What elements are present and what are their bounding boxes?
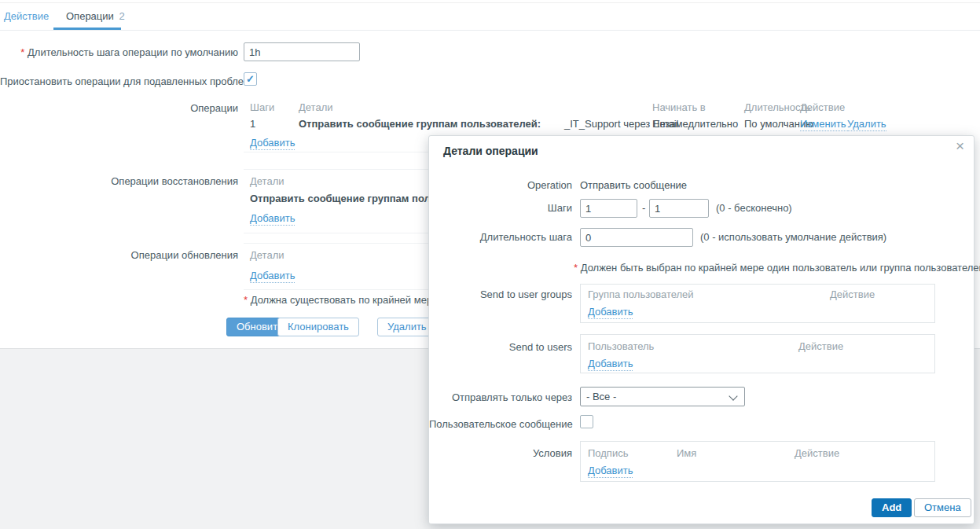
step-duration-label: * Длительность шага операции по умолчани… — [0, 46, 238, 58]
tabbar-border — [0, 30, 980, 31]
conditions-table — [580, 441, 935, 482]
users-col-user: Пользователь — [588, 340, 654, 352]
conditions-col-name: Имя — [677, 447, 696, 459]
zabbix-action-config-page: Действие Операции 2 * Длительность шага … — [0, 0, 980, 529]
send-to-user-groups-label: Send to user groups — [429, 288, 572, 300]
check-icon: ✓ — [246, 73, 255, 85]
operation-details-modal: Детали операции × Operation Отправить со… — [428, 135, 974, 524]
conditions-add-link[interactable]: Добавить — [588, 465, 633, 478]
steps-hint: (0 - бесконечно) — [716, 202, 792, 214]
recovery-operations-label: Операции восстановления — [0, 175, 238, 187]
modal-required-note: * Должен быть выбран по крайней мере оди… — [574, 262, 980, 274]
steps-from-input[interactable] — [580, 199, 637, 218]
modal-add-button[interactable]: Add — [872, 498, 912, 517]
send-only-to-value: - Все - — [586, 391, 616, 402]
step-duration-input[interactable] — [244, 42, 360, 61]
tab-operations-count: 2 — [119, 10, 124, 22]
operations-col-start: Начинать в — [652, 101, 706, 113]
pause-suppressed-label: Приостановить операции для подавленных п… — [0, 75, 238, 87]
send-only-to-label: Отправлять только через — [429, 391, 572, 403]
operation-type-label: Operation — [429, 179, 572, 191]
operation-remove-link[interactable]: Удалить — [847, 118, 886, 131]
update-col-details: Детали — [250, 249, 284, 261]
user-groups-add-link[interactable]: Добавить — [588, 306, 633, 319]
required-asterisk: * — [20, 46, 24, 58]
modal-cancel-button[interactable]: Отмена — [914, 498, 971, 517]
tab-action[interactable]: Действие — [4, 10, 49, 22]
users-add-link[interactable]: Добавить — [588, 358, 633, 371]
user-groups-col-action: Действие — [830, 288, 875, 300]
operation-edit-link[interactable]: Изменить — [800, 118, 846, 131]
send-only-to-select[interactable]: - Все - — [580, 387, 745, 406]
steps-label: Шаги — [429, 202, 572, 214]
modal-step-duration-input[interactable] — [580, 228, 693, 247]
chevron-down-icon — [729, 391, 737, 400]
recovery-add-link[interactable]: Добавить — [250, 212, 295, 226]
required-asterisk: * — [574, 262, 578, 274]
conditions-col-action: Действие — [795, 447, 839, 459]
modal-title: Детали операции — [443, 145, 538, 157]
operation-row-details: Отправить сообщение группам пользователе… — [299, 118, 541, 130]
recovery-col-details: Детали — [250, 175, 284, 187]
step-duration-hint: (0 - использовать умолчание действия) — [700, 231, 886, 243]
operations-col-details: Детали — [299, 101, 333, 113]
operations-add-link[interactable]: Добавить — [250, 137, 295, 150]
pause-suppressed-checkbox[interactable]: ✓ — [244, 72, 257, 86]
operation-row-step: 1 — [250, 118, 255, 130]
operations-col-action: Действие — [800, 101, 845, 113]
custom-message-label: Пользовательское сообщение — [429, 418, 572, 430]
operation-row-start: Незамедлительно — [652, 118, 738, 130]
user-groups-col-group: Группа пользователей — [588, 288, 694, 300]
tab-operations[interactable]: Операции 2 — [66, 10, 125, 22]
recovery-row-details: Отправить сообщение группам пользо — [250, 193, 448, 204]
conditions-col-label: Подпись — [588, 447, 628, 459]
users-col-action: Действие — [798, 340, 843, 352]
conditions-label: Условия — [429, 447, 572, 459]
steps-separator: - — [642, 202, 645, 214]
send-to-users-label: Send to users — [429, 341, 572, 353]
custom-message-checkbox[interactable] — [580, 415, 593, 428]
operations-label: Операции — [0, 102, 238, 114]
operations-col-steps: Шаги — [250, 101, 274, 113]
required-asterisk: * — [244, 294, 248, 306]
operation-type-value: Отправить сообщение — [580, 179, 687, 191]
modal-step-duration-label: Длительность шага — [429, 231, 572, 243]
update-add-link[interactable]: Добавить — [250, 270, 295, 283]
top-border — [0, 2, 980, 3]
close-icon[interactable]: × — [956, 138, 964, 154]
tab-operations-label: Операции — [66, 10, 114, 22]
steps-to-input[interactable] — [649, 199, 709, 218]
clone-button[interactable]: Клонировать — [277, 318, 359, 336]
update-operations-label: Операции обновления — [0, 249, 238, 261]
